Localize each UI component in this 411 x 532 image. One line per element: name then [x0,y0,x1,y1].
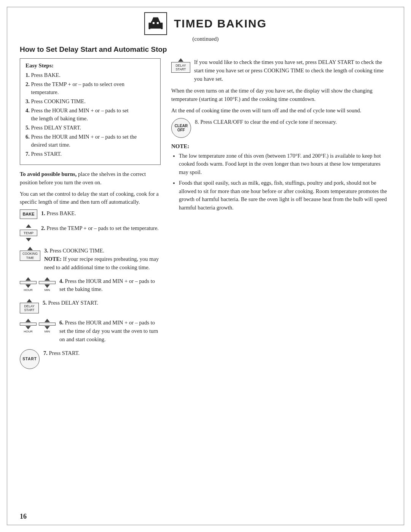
logo-icon [147,14,165,33]
cooking-time-button-icon: COOKINGTIME [20,251,40,260]
clear-off-button-icon: CLEAROFF [171,118,191,138]
bake-icon-area: BAKE [20,209,37,219]
bake-button-icon: BAKE [20,209,37,219]
svg-rect-5 [157,22,159,24]
right-column: DELAYSTART If you would like to check th… [171,58,391,374]
step-8-row: CLEAROFF 8. Press CLEAR/OFF to clear the… [171,118,391,138]
page-title: TIMED BAKING [174,17,267,30]
delay-check-row: DELAYSTART If you would like to check th… [171,58,391,83]
page-number: 16 [20,513,27,521]
step-3-row: COOKINGTIME 3. Press COOKING TIME. NOTE:… [20,247,161,272]
logo-box [144,12,167,35]
hour-button-icon [20,281,37,284]
list-item: The low temperature zone of this oven (b… [179,152,391,177]
step-3-text: 3. Press COOKING TIME. NOTE: If your rec… [44,247,161,272]
step-7-row: START 7. Press START. [20,349,161,369]
step-5-text: 5. Press DELAY START. [43,299,161,307]
delay-start-button-icon: DELAYSTART [20,303,39,313]
list-item: 4. Press the HOUR and MIN + or – pads to… [25,107,155,123]
svg-rect-4 [153,22,155,24]
step-7-text: 7. Press START. [43,349,161,358]
list-item: 7. Press START. [25,150,155,158]
step-6-text: 6. Press the HOUR and MIN + or – pads to… [59,319,161,343]
temp-button-icon: TEMP [20,230,37,236]
clear-off-icon-area: CLEAROFF [171,118,191,138]
step-8-text: 8. Press CLEAR/OFF to clear the end of c… [195,118,391,126]
delay-check-text: If you would like to check the times you… [194,58,391,83]
step-4-text: 4. Press the HOUR and MIN + or – pads to… [59,277,161,294]
start-icon-area: START [20,349,40,369]
easy-steps-title: Easy Steps: [25,62,155,69]
easy-steps-box: Easy Steps: 1. Press BAKE. 2. Press the … [20,58,161,165]
svg-marker-2 [149,23,152,29]
step-2-row: TEMP 2. Press the TEMP + or – pads to se… [20,224,161,241]
temp-icon-area: TEMP [20,224,37,241]
svg-marker-1 [152,18,159,21]
hour2-button-icon [20,323,37,326]
left-column: Easy Steps: 1. Press BAKE. 2. Press the … [20,58,161,374]
step-4-row: HOUR MIN 4. Press the HOUR [20,277,161,294]
delay-check-icon: DELAYSTART [171,58,190,73]
list-item: 5. Press DELAY START. [25,124,155,132]
note-section: NOTE: The low temperature zone of this o… [171,143,391,212]
list-item: 3. Press COOKING TIME. [25,97,155,105]
hour-min-icon-area: HOUR MIN [20,277,56,292]
step-1-text: 1. Press BAKE. [41,209,161,218]
list-item: 2. Press the TEMP + or – pads to select … [25,80,155,96]
list-item: 6. Press the HOUR and MIN + or – pads to… [25,133,155,149]
intro-text: You can set the control to delay the sta… [20,190,161,207]
note-list: The low temperature zone of this oven (b… [171,152,391,212]
note-title: NOTE: [171,143,391,150]
warning-text: To avoid possible burns, place the shelv… [20,170,161,187]
svg-marker-3 [159,23,162,29]
list-item: 1. Press BAKE. [25,71,155,79]
page-subtitle: (continued) [192,36,218,42]
step-2-text: 2. Press the TEMP + or – pads to set the… [41,224,161,233]
delay-start-icon-area: DELAYSTART [20,299,39,313]
step-6-row: HOUR MIN 6. Press the HOUR [20,319,161,343]
min-button-icon [39,281,56,284]
min2-button-icon [39,323,56,326]
easy-steps-list: 1. Press BAKE. 2. Press the TEMP + or – … [25,71,155,158]
start-button-icon: START [20,349,40,369]
oven-turns-text: When the oven turns on at the time of da… [171,87,391,104]
end-text: At the end of cooking time the oven will… [171,107,391,115]
list-item: Foods that spoil easily, such as milk, e… [179,179,391,212]
section-heading: How to Set Delay Start and Automatic Sto… [20,45,391,54]
hour-min2-icon-area: HOUR MIN [20,319,56,333]
main-content: Easy Steps: 1. Press BAKE. 2. Press the … [20,58,391,374]
cooking-time-icon-area: COOKINGTIME [20,247,40,260]
delay-start-button2-icon: DELAYSTART [171,62,190,73]
step-5-row: DELAYSTART 5. Press DELAY START. [20,299,161,313]
step-1-row: BAKE 1. Press BAKE. [20,209,161,219]
page-header: TIMED BAKING (continued) [20,12,391,42]
